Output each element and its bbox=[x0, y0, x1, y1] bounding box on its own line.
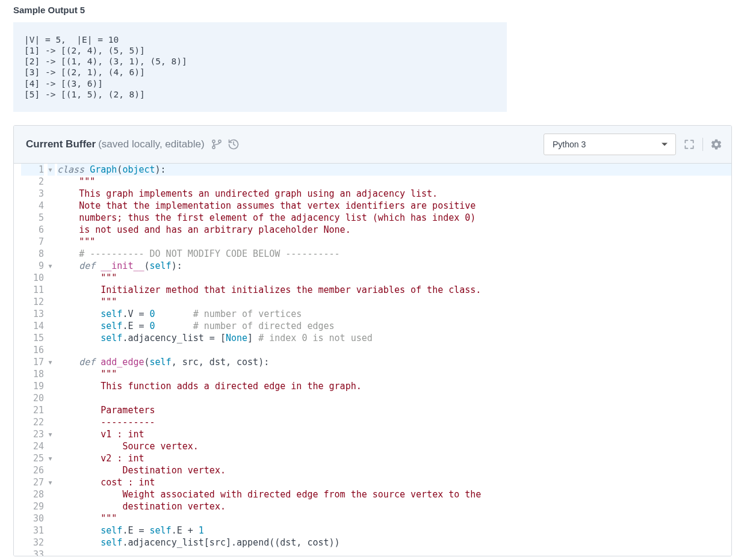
code-line[interactable]: numbers; thus the first element of the a… bbox=[57, 212, 731, 224]
line-number: 11 bbox=[21, 284, 44, 296]
editor-header: Current Buffer (saved locally, editable)… bbox=[14, 126, 731, 164]
fold-marker-column: ▾▾▾▾▾▾ bbox=[48, 164, 56, 556]
fold-marker bbox=[48, 284, 55, 296]
section-title: Sample Output 5 bbox=[13, 5, 732, 15]
fold-marker[interactable]: ▾ bbox=[48, 428, 55, 440]
fullscreen-icon[interactable] bbox=[683, 138, 695, 150]
buffer-status: (saved locally, editable) bbox=[98, 138, 204, 150]
fold-marker[interactable]: ▾ bbox=[48, 356, 55, 368]
line-number: 14 bbox=[21, 320, 44, 332]
code-line[interactable]: Note that the implementation assumes tha… bbox=[57, 200, 731, 212]
code-line[interactable]: This graph implements an undirected grap… bbox=[57, 188, 731, 200]
code-line[interactable]: Source vertex. bbox=[57, 440, 731, 452]
line-number: 13 bbox=[21, 308, 44, 320]
code-line[interactable]: """ bbox=[57, 512, 731, 525]
fold-marker bbox=[48, 549, 55, 556]
code-line[interactable]: ---------- bbox=[57, 416, 731, 428]
line-number: 16 bbox=[21, 344, 44, 356]
line-number: 12 bbox=[21, 296, 44, 308]
branch-icon[interactable] bbox=[211, 138, 223, 150]
fold-marker bbox=[48, 308, 55, 320]
line-number: 15 bbox=[21, 332, 44, 344]
line-number: 19 bbox=[21, 380, 44, 392]
line-number: 5 bbox=[21, 212, 44, 224]
fold-marker bbox=[48, 392, 55, 404]
line-number: 21 bbox=[21, 404, 44, 416]
fold-marker bbox=[48, 224, 55, 236]
separator bbox=[702, 138, 703, 151]
code-line[interactable]: self.adjacency_list = [None] # index 0 i… bbox=[57, 332, 731, 344]
fold-marker bbox=[48, 368, 55, 380]
code-line[interactable]: """ bbox=[57, 236, 731, 248]
code-line[interactable]: """ bbox=[57, 296, 731, 308]
language-select[interactable]: Python 3 bbox=[544, 134, 676, 155]
code-line[interactable]: v2 : int bbox=[57, 452, 731, 464]
line-number: 23 bbox=[21, 428, 44, 440]
language-select-wrap[interactable]: Python 3 bbox=[544, 134, 676, 155]
fold-marker bbox=[48, 272, 55, 284]
fold-marker bbox=[48, 380, 55, 392]
fold-marker bbox=[48, 296, 55, 308]
fold-marker bbox=[48, 440, 55, 452]
line-number-gutter: 1234567891011121314151617181920212223242… bbox=[14, 164, 48, 556]
code-line[interactable]: """ bbox=[57, 176, 731, 188]
sample-output-block: |V| = 5, |E| = 10 [1] -> [(2, 4), (5, 5)… bbox=[13, 22, 507, 112]
line-number: 28 bbox=[21, 488, 44, 500]
line-number: 17 bbox=[21, 356, 44, 368]
line-number: 22 bbox=[21, 416, 44, 428]
fold-marker bbox=[48, 464, 55, 476]
line-number: 32 bbox=[21, 537, 44, 549]
code-line[interactable]: """ bbox=[57, 368, 731, 380]
code-line[interactable]: self.adjacency_list[src].append((dst, co… bbox=[57, 537, 731, 549]
code-line[interactable]: Initializer method that initializes the … bbox=[57, 284, 731, 296]
code-line[interactable]: self.V = 0 # number of vertices bbox=[57, 308, 731, 320]
history-icon[interactable] bbox=[228, 138, 240, 150]
code-line[interactable]: cost : int bbox=[57, 476, 731, 488]
code-line[interactable]: This function adds a directed edge in th… bbox=[57, 380, 731, 392]
line-number: 26 bbox=[21, 464, 44, 476]
line-number: 31 bbox=[21, 525, 44, 537]
fold-marker[interactable]: ▾ bbox=[48, 260, 55, 272]
fold-marker bbox=[48, 416, 55, 428]
fold-marker bbox=[48, 404, 55, 416]
code-line[interactable]: class Graph(object): bbox=[57, 164, 731, 176]
fold-marker bbox=[48, 248, 55, 260]
code-line[interactable]: # ---------- DO NOT MODIFY CODE BELOW --… bbox=[57, 248, 731, 260]
gear-icon[interactable] bbox=[710, 138, 722, 150]
fold-marker bbox=[48, 332, 55, 344]
fold-marker[interactable]: ▾ bbox=[48, 164, 55, 176]
code-line[interactable]: is not used and has an arbitrary placeho… bbox=[57, 224, 731, 236]
fold-marker bbox=[48, 176, 55, 188]
buffer-title: Current Buffer bbox=[26, 138, 96, 150]
code-editor[interactable]: 1234567891011121314151617181920212223242… bbox=[14, 164, 731, 556]
code-line[interactable]: destination vertex. bbox=[57, 500, 731, 512]
fold-marker bbox=[48, 500, 55, 512]
fold-marker[interactable]: ▾ bbox=[48, 452, 55, 464]
code-content[interactable]: class Graph(object): """ This graph impl… bbox=[56, 164, 731, 556]
code-line[interactable]: Parameters bbox=[57, 404, 731, 416]
fold-marker bbox=[48, 512, 55, 525]
code-line[interactable]: self.E = self.E + 1 bbox=[57, 525, 731, 537]
code-line[interactable]: """ bbox=[57, 272, 731, 284]
line-number: 33 bbox=[21, 549, 44, 556]
code-line[interactable]: self.E = 0 # number of directed edges bbox=[57, 320, 731, 332]
fold-marker bbox=[48, 344, 55, 356]
code-line[interactable]: v1 : int bbox=[57, 428, 731, 440]
code-line[interactable]: def add_edge(self, src, dst, cost): bbox=[57, 356, 731, 368]
line-number: 6 bbox=[21, 224, 44, 236]
line-number: 27 bbox=[21, 476, 44, 488]
code-line[interactable]: def __init__(self): bbox=[57, 260, 731, 272]
line-number: 1 bbox=[21, 164, 44, 176]
fold-marker bbox=[48, 320, 55, 332]
line-number: 20 bbox=[21, 392, 44, 404]
fold-marker bbox=[48, 537, 55, 549]
code-line[interactable]: Destination vertex. bbox=[57, 464, 731, 476]
line-number: 3 bbox=[21, 188, 44, 200]
code-line[interactable] bbox=[57, 344, 731, 356]
line-number: 25 bbox=[21, 452, 44, 464]
code-line[interactable] bbox=[57, 392, 731, 404]
code-line[interactable] bbox=[57, 549, 731, 556]
fold-marker[interactable]: ▾ bbox=[48, 476, 55, 488]
code-line[interactable]: Weight associated with directed edge fro… bbox=[57, 488, 731, 500]
fold-marker bbox=[48, 525, 55, 537]
